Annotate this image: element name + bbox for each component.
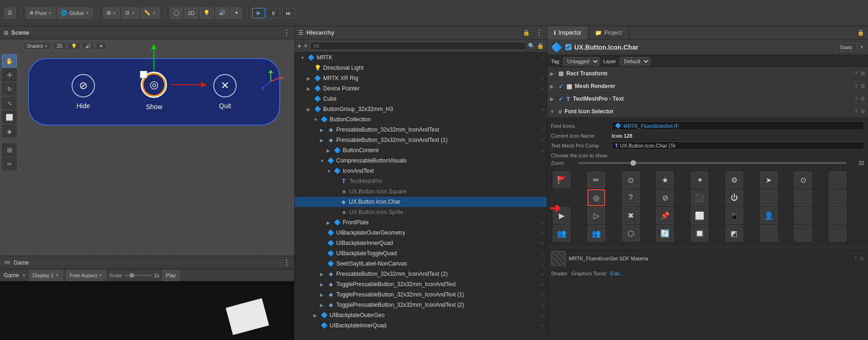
- game-more-btn[interactable]: ⋮: [283, 258, 290, 267]
- list-item[interactable]: ▼ 🔷 IconAndText: [295, 166, 547, 176]
- icon-btn-15[interactable]: [760, 189, 778, 206]
- scene-menu-btn[interactable]: ☰: [4, 7, 16, 19]
- zoom-slider[interactable]: [578, 162, 846, 164]
- list-item[interactable]: ▼ 🔷 ButtonCollection: [295, 114, 547, 125]
- audio-btn[interactable]: 🔊: [215, 7, 229, 19]
- rect-transform-settings-icon[interactable]: ⚙: [861, 71, 865, 77]
- rect-tool-btn[interactable]: ⬜: [2, 111, 17, 124]
- fx-btn[interactable]: ✦: [231, 7, 242, 19]
- 2d-scene-btn[interactable]: 2D: [53, 42, 66, 50]
- textmeshpro-settings-icon[interactable]: ⚙: [861, 96, 865, 102]
- mesh-renderer-settings-icon[interactable]: ⚙: [861, 83, 865, 89]
- icon-btn-11[interactable]: ?: [622, 189, 640, 206]
- mesh-renderer-header[interactable]: ▶ ✓ ▦ Mesh Renderer ? ⚙: [547, 80, 868, 92]
- list-item[interactable]: ▶ 🔷 Device Pointer ›: [295, 83, 547, 94]
- icon-btn-selected[interactable]: ◎: [587, 189, 605, 206]
- icon-btn-23[interactable]: 📱: [725, 207, 743, 224]
- icon-btn-22[interactable]: ⬜: [691, 207, 709, 224]
- icon-btn-32[interactable]: ◩: [725, 225, 743, 242]
- text-mesh-value-field[interactable]: T UX.Button.Icon.Char (Te: [612, 141, 864, 150]
- textmeshpro-header[interactable]: ▶ ✓ T TextMeshPro - Text ? ⚙: [547, 93, 868, 105]
- list-item[interactable]: ▶ ◈ TogglePressableButton_32x32mm_IconAn…: [295, 300, 547, 310]
- global-btn[interactable]: 🌐 Global ▼: [57, 7, 93, 19]
- icon-btn-31[interactable]: 🔲: [691, 225, 709, 242]
- list-item[interactable]: ◈ UX.Button.Icon.Square: [295, 186, 547, 197]
- shader-edit-btn[interactable]: Edit...: [610, 271, 623, 276]
- hand-tool-btn[interactable]: ✋: [2, 54, 17, 67]
- tag-select[interactable]: Untagged: [563, 57, 600, 66]
- hierarchy-content[interactable]: ▼ 🔷 MRTK › 💡 Directional Light ▶ 🔷 MRTK …: [295, 52, 547, 340]
- icon-btn-0[interactable]: 🚩: [553, 171, 571, 188]
- icon-btn-17[interactable]: [829, 189, 846, 206]
- move-tool-btn[interactable]: ✢: [2, 68, 17, 81]
- shading-btn[interactable]: Shaded ▼: [23, 42, 51, 50]
- play-btn[interactable]: ▶: [252, 8, 265, 18]
- material-settings-icon[interactable]: ⚙: [860, 256, 864, 262]
- list-item[interactable]: ▼ 🔷 CompressableButtonVisuals: [295, 155, 547, 166]
- icon-btn-25[interactable]: [794, 207, 812, 224]
- layer-select[interactable]: Default: [620, 57, 650, 66]
- ruler-btn[interactable]: 📏 ▼: [140, 7, 160, 19]
- list-item[interactable]: ▶ 🔷 ButtonGroup_32x32mm_H3 ›: [295, 104, 547, 114]
- pause-btn[interactable]: ⏸: [267, 8, 280, 18]
- list-item[interactable]: 🔷 UIBackplateInnerQuad ›: [295, 320, 547, 331]
- component-active-checkbox[interactable]: [565, 44, 571, 50]
- icon-btn-30[interactable]: 🔄: [656, 225, 674, 242]
- light-btn[interactable]: 💡: [200, 7, 214, 19]
- icon-btn-16[interactable]: [794, 189, 812, 206]
- font-icon-selector-help-icon[interactable]: ?: [854, 109, 858, 114]
- icon-btn-20[interactable]: ✖: [622, 207, 640, 224]
- font-icon-selector-settings-icon[interactable]: ⚙: [861, 109, 865, 115]
- sphere-btn[interactable]: ◯: [170, 7, 183, 19]
- list-item[interactable]: ▶ 🔷 ButtonContent ›: [295, 145, 547, 155]
- icon-btn-8[interactable]: [829, 171, 846, 188]
- icon-btn-13[interactable]: ⬛: [691, 189, 709, 206]
- list-item[interactable]: ◈ UX.Button.Icon.Sprite: [295, 207, 547, 217]
- grid-btn[interactable]: ⊞ ▼: [103, 7, 120, 19]
- static-dropdown-btn[interactable]: ▼: [860, 44, 864, 50]
- icon-btn-5[interactable]: ⚙: [725, 171, 743, 188]
- icon-btn-29[interactable]: ⬡: [622, 225, 640, 242]
- 2d-btn[interactable]: 2D: [184, 7, 198, 19]
- lights-btn[interactable]: 💡: [68, 42, 80, 50]
- icon-btn-27[interactable]: 👥: [553, 225, 571, 242]
- list-item[interactable]: 🔷 UIBackplateOuterGeometry ›: [295, 228, 547, 238]
- list-item[interactable]: 🔷 UIBackplateToggleQuad ›: [295, 248, 547, 259]
- scale-slider[interactable]: [124, 274, 152, 276]
- rect-transform-help-icon[interactable]: ?: [854, 71, 858, 76]
- icon-btn-34[interactable]: [794, 225, 812, 242]
- list-item[interactable]: ▶ ◈ TogglePressableButton_32x32mm_IconAn…: [295, 279, 547, 289]
- list-item[interactable]: 🔷 UIBackplateInnerQuad ›: [295, 238, 547, 248]
- rect-transform-header[interactable]: ▶ ⊞ Rect Transform ? ⚙: [547, 67, 868, 80]
- icon-btn-19[interactable]: ▷: [587, 207, 605, 224]
- list-item[interactable]: ▶ 🔷 UIBackplateOuterGeo ›: [295, 310, 547, 320]
- textmeshpro-help-icon[interactable]: ?: [854, 96, 858, 102]
- font-icon-selector-header[interactable]: ▼ # Font Icon Selector ? ⚙: [547, 105, 868, 118]
- font-icons-value-field[interactable]: 🔷 MRTK_FluentIconSet (F: [612, 121, 864, 130]
- list-item[interactable]: ▶ ◈ PressableButton_32x32mm_IconAndText …: [295, 125, 547, 135]
- scene-more-btn[interactable]: ⋮: [283, 28, 290, 37]
- add-hierarchy-btn[interactable]: +: [297, 42, 301, 50]
- list-item[interactable]: ▶ 🔷 MRTK XR Rig ›: [295, 73, 547, 83]
- list-item[interactable]: 💡 Directional Light: [295, 63, 547, 73]
- scale-tool-btn[interactable]: ⤡: [2, 96, 17, 110]
- list-item[interactable]: 🔷 SeeItSayItLabel-NonCanvas ›: [295, 259, 547, 269]
- icon-btn-4[interactable]: ✦: [691, 171, 709, 188]
- rotate-tool-btn[interactable]: ↻: [2, 82, 17, 96]
- tab-project[interactable]: 📁 Project: [588, 26, 629, 39]
- game-play-btn[interactable]: Play: [162, 270, 180, 281]
- inspector-lock-btn[interactable]: 🔒: [854, 30, 868, 36]
- snap-btn[interactable]: ⊟ ▼: [122, 7, 139, 19]
- icon-btn-12[interactable]: ⊘: [656, 189, 674, 206]
- icon-btn-26[interactable]: [829, 207, 846, 224]
- tab-inspector[interactable]: ℹ Inspector: [547, 26, 588, 39]
- material-help-icon[interactable]: ?: [854, 256, 857, 261]
- list-item[interactable]: ▶ 🔷 FrontPlate ›: [295, 217, 547, 228]
- mesh-renderer-help-icon[interactable]: ?: [854, 83, 858, 89]
- list-item[interactable]: ◈ UX.Button.Icon.Char: [295, 197, 547, 207]
- list-item[interactable]: ▶ ◈ PressableButton_32x32mm_IconAndText …: [295, 135, 547, 145]
- list-item[interactable]: ▶ ◈ TogglePressableButton_32x32mm_IconAn…: [295, 289, 547, 300]
- icon-btn-6[interactable]: ➤: [760, 171, 778, 188]
- list-item[interactable]: ▶ ◈ PressableButton_32x32mm_IconAndText …: [295, 269, 547, 279]
- icon-btn-14[interactable]: ⏻: [725, 189, 743, 206]
